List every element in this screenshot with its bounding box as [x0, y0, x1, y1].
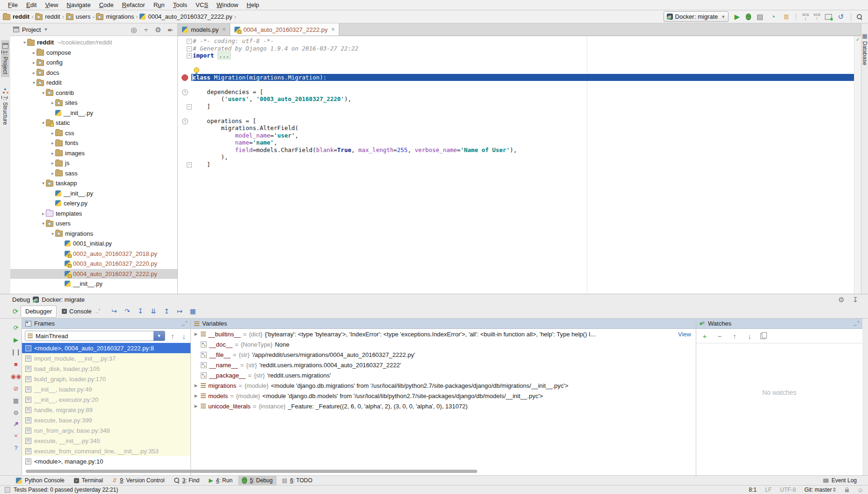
git-branch[interactable]: Git: master⇕	[804, 487, 837, 493]
code-line[interactable]: ),	[178, 153, 854, 161]
code-line[interactable]: migrations.AlterField(	[178, 124, 854, 132]
tree-item-static[interactable]: ▾static	[10, 118, 177, 128]
menu-navigate[interactable]: Navigate	[62, 0, 95, 10]
tree-expand-icon[interactable]: ▾	[50, 231, 55, 236]
debug-bug-icon[interactable]	[746, 14, 751, 20]
editor-tab-models-py[interactable]: models.py×	[178, 23, 230, 36]
changes-icon[interactable]	[825, 14, 832, 20]
code-line[interactable]: # -*- coding: utf-8 -*-	[178, 37, 854, 45]
add-watch-icon[interactable]: +	[700, 333, 709, 340]
tree-expand-icon[interactable]: ▸	[31, 60, 36, 65]
code-line[interactable]: ]	[178, 161, 854, 168]
variable-row[interactable]: ▶migrations={module}<module 'django.db.m…	[191, 380, 696, 391]
frame-row[interactable]: run_from_argv, base.py:348	[22, 425, 190, 436]
toolwindow-4--run[interactable]: ▶4: Run	[205, 476, 236, 485]
encoding[interactable]: UTF-8	[780, 487, 796, 493]
toolwindow-3--find[interactable]: 3: Find	[170, 476, 204, 485]
thread-selector[interactable]: MainThread ▼	[25, 331, 165, 341]
profiler-icon[interactable]: ◔	[769, 13, 777, 20]
toolwindow-9--version-control[interactable]: ⇵9: Version Control	[109, 476, 168, 485]
tree-expand-icon[interactable]: ▸	[50, 131, 55, 136]
gutter-marker-icon[interactable]: ↑	[182, 118, 188, 124]
tree-expand-icon[interactable]: ▾	[41, 90, 46, 95]
tree-item-templates[interactable]: ▸templates	[10, 209, 177, 219]
frame-row[interactable]: execute, base.py:399	[22, 415, 190, 425]
caret-position[interactable]: 8:1	[749, 487, 757, 493]
code-line[interactable]: operations = [	[178, 117, 854, 125]
variable-expand-icon[interactable]: ▶	[194, 404, 198, 408]
tree-item-reddit[interactable]: ▾reddit~/cookiecutter/reddit	[10, 37, 177, 48]
variable-row[interactable]: __file__={str}'/app/reddit/users/migrati…	[191, 349, 696, 360]
breakpoint-icon[interactable]	[182, 74, 188, 81]
stop-icon[interactable]: ■	[12, 361, 20, 368]
tree-expand-icon[interactable]: ▾	[31, 80, 36, 85]
toolwindow-terminal[interactable]: >Terminal	[70, 476, 107, 485]
frame-row[interactable]: handle, migrate.py:89	[22, 405, 190, 415]
variable-row[interactable]: ▶__builtins__={dict}{'bytearray': <type …	[191, 329, 696, 339]
editor-tab-0004_auto_20160327_2222-py[interactable]: 0004_auto_20160327_2222.py×	[230, 23, 339, 36]
collapse-all-icon[interactable]: ÷	[142, 26, 150, 33]
chevron-down-icon[interactable]: ▼	[44, 27, 48, 32]
tree-item-compose[interactable]: ▸compose	[10, 48, 177, 58]
code-area[interactable]: # -*- coding: utf-8 -*-−# Generated by D…	[178, 36, 854, 294]
line-separator[interactable]: LF	[765, 487, 772, 493]
tree-item-config[interactable]: ▸config	[10, 58, 177, 68]
tree-item-users[interactable]: ▾users	[10, 218, 177, 229]
view-breakpoints-icon[interactable]: ◉◉	[12, 373, 20, 380]
frame-row[interactable]: <module>, 0004_auto_20160327_2222.py:8	[22, 343, 190, 353]
search-icon[interactable]	[857, 14, 862, 20]
tree-item-__init__-py[interactable]: __init__.py	[10, 279, 177, 289]
code-line[interactable]	[178, 81, 854, 88]
toolwindow-5--debug[interactable]: 5: Debug	[238, 476, 277, 485]
variable-row[interactable]: ▶unicode_literals={instance}_Feature: _F…	[191, 401, 696, 411]
tree-item-contrib[interactable]: ▾contrib	[10, 88, 177, 98]
tree-item-migrations[interactable]: ▾migrations	[10, 229, 177, 239]
panel-pin-icon[interactable]: →*	[94, 308, 100, 314]
run-task-icon[interactable]: ≣	[782, 13, 790, 20]
code-line[interactable]: # Generated by Django 1.9.4 on 2016-03-2…	[178, 45, 854, 52]
tree-item-fonts[interactable]: ▸fonts	[10, 138, 177, 148]
tree-expand-icon[interactable]: ▸	[31, 70, 36, 75]
tree-item-css[interactable]: ▸css	[10, 128, 177, 138]
menu-refactor[interactable]: Refactor	[118, 0, 149, 10]
tree-expand-icon[interactable]: ▸	[50, 160, 55, 166]
move-down-icon[interactable]: ↓	[745, 333, 754, 340]
gutter-marker-icon[interactable]: ↑	[182, 89, 188, 95]
restore-layout-icon[interactable]: ▦	[12, 397, 20, 404]
tree-expand-icon[interactable]: ▸	[50, 140, 55, 145]
variable-expand-icon[interactable]: ▶	[194, 383, 198, 388]
toolwindow-event-log[interactable]: Event Log	[819, 476, 861, 485]
tool-stripe-tab-project[interactable]: 1: Project	[1, 40, 9, 77]
mute-breakpoints-icon[interactable]: ⊘	[12, 385, 20, 392]
tree-item-js[interactable]: ▸js	[10, 158, 177, 168]
variable-row[interactable]: ▶models={module}<module 'django.db.model…	[191, 391, 696, 401]
tree-expand-icon[interactable]: ▾	[41, 120, 46, 125]
tool-stripe-tab-structure[interactable]: 7: Structure	[1, 86, 9, 128]
code-line[interactable]: ('users', '0003_auto_20160327_2220'),	[178, 95, 854, 103]
menu-run[interactable]: Run	[149, 0, 169, 10]
menu-tools[interactable]: Tools	[169, 0, 191, 10]
breadcrumb-item[interactable]: users	[66, 13, 91, 20]
tree-item-sites[interactable]: ▸sites	[10, 98, 177, 108]
code-line[interactable]: model_name='user',	[178, 132, 854, 139]
settings-icon[interactable]: ⚙	[154, 26, 162, 33]
breadcrumb-item[interactable]: reddit	[3, 13, 29, 20]
tree-expand-icon[interactable]: ▸	[31, 50, 36, 55]
fold-marker-icon[interactable]: −	[187, 46, 192, 51]
force-step-into-icon[interactable]: ⇊	[149, 308, 158, 315]
duplicate-watch-icon[interactable]	[760, 333, 766, 339]
tree-expand-icon[interactable]: ▾	[22, 40, 27, 45]
code-line[interactable]: name='name',	[178, 139, 854, 146]
code-line[interactable]: ]	[178, 103, 854, 110]
code-line[interactable]	[178, 110, 854, 117]
run-icon[interactable]: ▶	[733, 13, 741, 20]
rerun-debug-icon[interactable]: ⟳	[11, 308, 20, 315]
frame-row[interactable]: load_disk, loader.py:105	[22, 363, 190, 374]
breadcrumb-item[interactable]: migrations	[96, 13, 134, 20]
vcs-update-icon[interactable]: VCS↓	[802, 13, 809, 21]
variable-row[interactable]: __name__={str}'reddit.users.migrations.0…	[191, 360, 696, 370]
tree-expand-icon[interactable]: ▾	[41, 221, 46, 226]
frame-row[interactable]: import_module, __init__.py:37	[22, 353, 190, 363]
panel-pin-icon[interactable]: →*	[852, 320, 859, 327]
variable-row[interactable]: __package__={str}'reddit.users.migration…	[191, 370, 696, 380]
